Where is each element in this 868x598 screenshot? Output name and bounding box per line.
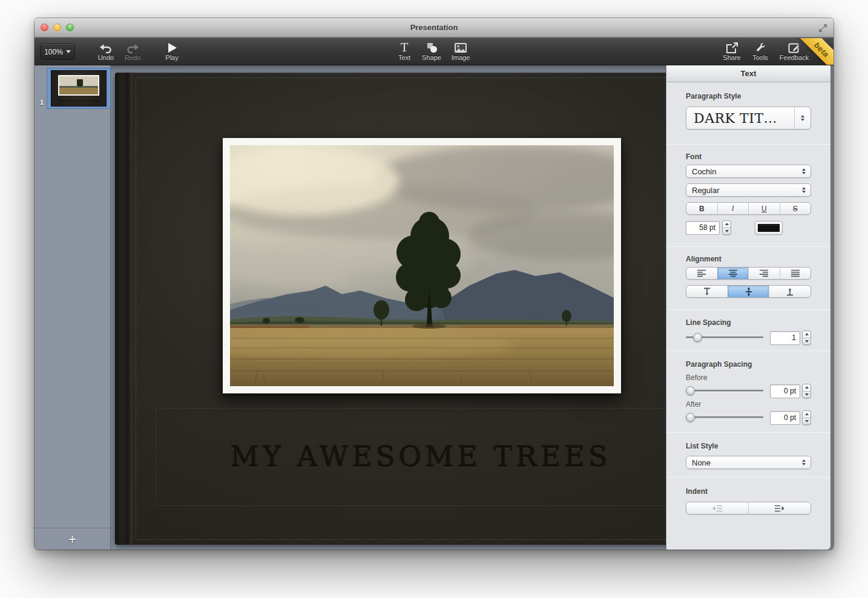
undo-icon — [99, 41, 113, 53]
text-inspector-panel: Text Paragraph Style DARK TIT… Font Coch… — [666, 65, 830, 550]
play-icon — [166, 41, 177, 53]
valign-middle-button[interactable] — [728, 286, 769, 297]
toolbar: 100% Undo Redo Play T Text — [35, 38, 833, 65]
slide-navigator[interactable]: 1 MY AWESOME TREES + — [35, 65, 111, 550]
font-style-segmented: B I U S — [686, 202, 811, 215]
add-slide-button[interactable]: + — [35, 528, 110, 550]
inspector-header: Text — [666, 65, 830, 82]
italic-button[interactable]: I — [717, 203, 749, 214]
tools-label: Tools — [752, 54, 768, 61]
list-style-dropdown[interactable]: None — [686, 456, 811, 469]
paragraph-spacing-label: Paragraph Spacing — [686, 360, 811, 369]
after-label: After — [686, 400, 811, 409]
indent-segmented — [686, 502, 811, 514]
font-face-dropdown[interactable]: Regular — [686, 183, 811, 197]
spacing-before-field[interactable]: 0 pt — [770, 384, 800, 398]
slide[interactable]: MY AWESOME TREES — [115, 73, 666, 545]
undo-button[interactable]: Undo — [93, 41, 119, 61]
bold-button[interactable]: B — [686, 203, 717, 214]
feedback-icon — [788, 41, 800, 53]
spacing-after-field[interactable]: 0 pt — [770, 411, 800, 425]
stepper-arrows-icon — [797, 184, 810, 196]
slide-thumbnail-selected[interactable]: MY AWESOME TREES — [47, 68, 111, 109]
valign-bottom-button[interactable] — [769, 286, 810, 297]
beta-label: beta — [812, 40, 831, 59]
titlebar[interactable]: Presentation — [35, 18, 833, 38]
insert-shape-button[interactable]: Shape — [418, 41, 445, 61]
section-divider — [666, 144, 830, 145]
slider-knob[interactable] — [686, 413, 695, 422]
italic-label: I — [732, 204, 734, 213]
valign-top-button[interactable] — [686, 286, 728, 297]
caret-down-icon — [66, 50, 71, 53]
spacing-before-stepper[interactable] — [802, 384, 811, 398]
slider-track — [686, 390, 763, 392]
align-left-icon — [697, 269, 706, 277]
play-button[interactable]: Play — [159, 41, 185, 61]
paragraph-style-value: DARK TIT… — [686, 111, 794, 126]
alignment-label: Alignment — [686, 255, 811, 263]
redo-button[interactable]: Redo — [119, 41, 146, 61]
line-spacing-field[interactable]: 1 — [770, 331, 800, 345]
section-divider — [666, 246, 830, 247]
valign-bottom-icon — [785, 288, 795, 296]
insert-image-button[interactable]: Image — [447, 41, 474, 61]
content-area: 1 MY AWESOME TREES + — [35, 65, 833, 550]
slider-knob[interactable] — [686, 386, 695, 395]
maximize-button[interactable] — [66, 24, 74, 31]
thumbnail-photo — [58, 75, 99, 96]
outdent-button[interactable] — [686, 502, 748, 514]
spacing-after-stepper[interactable] — [802, 410, 811, 425]
image-icon — [454, 41, 467, 53]
slide-title: MY AWESOME TREES — [231, 441, 611, 473]
fullscreen-arrows-icon — [818, 23, 828, 33]
slide-thumbnail: MY AWESOME TREES — [51, 70, 107, 107]
font-family-dropdown[interactable]: Cochin — [686, 165, 811, 178]
share-label: Share — [723, 54, 740, 61]
strikethrough-label: S — [793, 205, 798, 213]
close-button[interactable] — [41, 24, 48, 31]
align-left-button[interactable] — [686, 268, 717, 279]
window-title: Presentation — [35, 18, 833, 37]
indent-icon — [774, 505, 785, 512]
text-color-well[interactable] — [755, 221, 783, 235]
add-slide-bar: + — [35, 528, 110, 550]
align-justify-button[interactable] — [780, 268, 811, 279]
underline-label: U — [761, 205, 767, 213]
align-center-button[interactable] — [717, 268, 749, 279]
slider-track — [686, 416, 763, 418]
feedback-label: Feedback — [780, 54, 809, 61]
insert-text-button[interactable]: T Text — [391, 41, 418, 61]
line-spacing-stepper[interactable] — [802, 330, 811, 345]
stepper-arrows-icon — [797, 165, 810, 177]
fullscreen-button[interactable] — [818, 23, 828, 33]
stepper-arrows-icon — [794, 107, 810, 129]
underline-button[interactable]: U — [748, 203, 780, 214]
strikethrough-button[interactable]: S — [780, 203, 811, 214]
slide-canvas[interactable]: MY AWESOME TREES — [111, 65, 666, 550]
spacing-after-slider[interactable] — [686, 410, 763, 425]
section-divider — [666, 432, 830, 433]
spacing-before-slider[interactable] — [686, 384, 763, 398]
indent-label: Indent — [686, 487, 811, 496]
tools-button[interactable]: Tools — [747, 41, 774, 61]
font-size-stepper[interactable] — [722, 220, 731, 235]
image-label: Image — [452, 54, 470, 61]
zoom-level-dropdown[interactable]: 100% — [40, 44, 75, 60]
redo-icon — [126, 41, 139, 53]
font-size-field[interactable]: 58 pt — [686, 221, 720, 235]
minimize-button[interactable] — [53, 24, 61, 31]
line-spacing-slider[interactable] — [686, 330, 763, 345]
paragraph-style-dropdown[interactable]: DARK TIT… — [686, 107, 811, 130]
slider-knob[interactable] — [693, 333, 702, 342]
book-spine — [115, 73, 133, 545]
slide-photo[interactable] — [223, 138, 621, 393]
align-right-button[interactable] — [748, 268, 780, 279]
indent-button[interactable] — [748, 502, 810, 514]
text-icon: T — [399, 41, 410, 53]
thumbnail-title: MY AWESOME TREES — [51, 99, 106, 103]
before-label: Before — [686, 373, 811, 382]
share-button[interactable]: Share — [718, 41, 745, 61]
play-label: Play — [165, 54, 178, 61]
slide-title-box[interactable]: MY AWESOME TREES — [156, 408, 666, 506]
